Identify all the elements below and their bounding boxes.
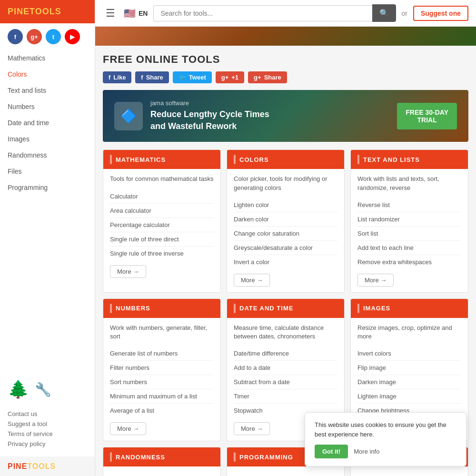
- tool-change-saturation[interactable]: Change color saturation: [234, 227, 337, 241]
- sidebar: PINETOOLS f g+ t ▶ Mathematics Colors Te…: [0, 0, 95, 476]
- contact-us-link[interactable]: Contact us: [8, 409, 87, 419]
- more-info-link[interactable]: More info: [354, 448, 379, 455]
- gp1-icon: g+: [221, 74, 229, 81]
- language-selector[interactable]: 🇺🇸 EN: [124, 8, 148, 19]
- date-time-desc: Measure time, calculate distance between…: [234, 324, 337, 341]
- sidebar-item-randomness[interactable]: Randomness: [0, 147, 95, 163]
- text-lists-card: TEXT AND LISTS Work with lists and texts…: [350, 149, 468, 292]
- suggest-tool-link[interactable]: Suggest a tool: [8, 419, 87, 429]
- googleplus-share-button[interactable]: g+ Share: [248, 71, 287, 83]
- tool-darken-color[interactable]: Darken color: [234, 212, 337, 227]
- text-lists-more-link[interactable]: More →: [357, 274, 394, 287]
- tool-sort-list[interactable]: Sort list: [357, 227, 461, 241]
- numbers-desc: Work with numbers, generate, filter, sor…: [110, 324, 214, 341]
- sidebar-decorative-icons: 🌲 🔧: [0, 372, 95, 407]
- sidebar-navigation: Mathematics Colors Text and lists Number…: [0, 50, 95, 372]
- tool-min-max[interactable]: Minimum and maximum of a list: [110, 389, 214, 404]
- date-time-card-header: DATE AND TIME: [227, 299, 344, 318]
- tool-invert-color[interactable]: Invert a color: [234, 255, 337, 269]
- header-bar: [234, 452, 236, 462]
- tool-sort-numbers[interactable]: Sort numbers: [110, 375, 214, 389]
- mathematics-title: MATHEMATICS: [116, 156, 166, 163]
- sidebar-item-mathematics[interactable]: Mathematics: [0, 50, 95, 66]
- tool-add-text[interactable]: Add text to each line: [357, 241, 461, 255]
- cookie-actions: Got it! More info: [315, 445, 456, 458]
- header-bar: [234, 304, 236, 313]
- tool-calculator[interactable]: Calculator: [110, 189, 214, 204]
- suggest-one-button[interactable]: Suggest one: [413, 6, 468, 21]
- tool-darken-image[interactable]: Darken image: [357, 375, 461, 389]
- text-lists-body: Work with lists and texts, sort, randomi…: [351, 169, 468, 292]
- facebook-share-button[interactable]: f Share: [135, 71, 169, 83]
- search-button[interactable]: 🔍: [372, 4, 396, 22]
- tool-timer[interactable]: Timer: [234, 389, 337, 404]
- tool-invert-colors[interactable]: Invert colors: [357, 347, 461, 361]
- randomness-card: RANDOMNESS: [103, 447, 221, 476]
- sidebar-item-programming[interactable]: Programming: [0, 179, 95, 196]
- colors-more-link[interactable]: More →: [234, 274, 270, 287]
- header-bar: [110, 155, 112, 164]
- tool-remove-whitespace[interactable]: Remove extra whitespaces: [357, 255, 461, 269]
- header-bar: [357, 155, 359, 164]
- sidebar-item-text-lists[interactable]: Text and lists: [0, 82, 95, 99]
- ad-cta-button[interactable]: FREE 30-DAYTRIAL: [397, 103, 457, 129]
- sidebar-item-files[interactable]: Files: [0, 163, 95, 179]
- tool-lighten-image[interactable]: Lighten image: [357, 389, 461, 404]
- sidebar-logo-bottom[interactable]: PINETOOLS: [0, 456, 95, 476]
- tool-lighten-color[interactable]: Lighten color: [234, 198, 337, 212]
- colors-body: Color picker, tools for modifying or gen…: [227, 169, 344, 292]
- sidebar-item-numbers[interactable]: Numbers: [0, 99, 95, 115]
- tool-average[interactable]: Average of a list: [110, 404, 214, 417]
- search-input[interactable]: [153, 5, 372, 21]
- terms-link[interactable]: Terms of service: [8, 429, 87, 439]
- tool-datetime-diff[interactable]: Date/time difference: [234, 347, 337, 361]
- googleplus-one-button[interactable]: g+ +1: [216, 71, 244, 83]
- ad-headline: Reduce Lengthy Cycle Timesand Wasteful R…: [150, 109, 269, 132]
- tool-list-randomizer[interactable]: List randomizer: [357, 212, 461, 227]
- ad-logo: 🔷: [114, 102, 143, 130]
- tool-grid: MATHEMATICS Tools for common mathematica…: [103, 149, 468, 441]
- images-card-header: IMAGES: [351, 299, 468, 318]
- language-label: EN: [139, 10, 148, 17]
- tool-greyscale[interactable]: Greyscale/desaturate a color: [234, 241, 337, 255]
- privacy-link[interactable]: Privacy policy: [8, 439, 87, 449]
- search-form: 🔍: [153, 4, 396, 22]
- tw-icon: 🐦: [178, 74, 186, 81]
- text-lists-desc: Work with lists and texts, sort, randomi…: [357, 175, 461, 192]
- tool-flip-image[interactable]: Flip image: [357, 361, 461, 375]
- randomness-title: RANDOMNESS: [116, 454, 165, 461]
- colors-title: COLORS: [239, 156, 269, 163]
- programming-title: PROGRAMMING: [239, 454, 293, 461]
- tool-generate-list[interactable]: Generate list of numbers: [110, 347, 214, 361]
- text-lists-title: TEXT AND LISTS: [363, 156, 420, 163]
- googleplus-social-btn[interactable]: g+: [27, 29, 42, 44]
- mathematics-body: Tools for common mathematical tasks Calc…: [103, 169, 220, 283]
- facebook-like-button[interactable]: f Like: [103, 71, 131, 83]
- tool-single-rule-direct[interactable]: Single rule of three direct: [110, 232, 214, 247]
- date-time-more-link[interactable]: More →: [234, 422, 270, 435]
- hamburger-button[interactable]: ☰: [103, 4, 118, 22]
- facebook-social-btn[interactable]: f: [8, 29, 23, 44]
- sidebar-item-images[interactable]: Images: [0, 131, 95, 147]
- tool-single-rule-inverse[interactable]: Single rule of three inverse: [110, 247, 214, 260]
- header-bar: [110, 452, 112, 462]
- tool-area-calculator[interactable]: Area calculator: [110, 204, 214, 218]
- logo-text: PINETOOLS: [8, 7, 61, 17]
- got-it-button[interactable]: Got it!: [315, 445, 348, 458]
- twitter-social-btn[interactable]: t: [46, 29, 61, 44]
- twitter-tweet-button[interactable]: 🐦 Tweet: [173, 71, 212, 83]
- fb-icon: f: [109, 74, 110, 81]
- topbar: ☰ 🇺🇸 EN 🔍 or Suggest one: [95, 0, 476, 27]
- tool-filter-numbers[interactable]: Filter numbers: [110, 361, 214, 375]
- youtube-social-btn[interactable]: ▶: [65, 29, 80, 44]
- sidebar-logo-header[interactable]: PINETOOLS: [0, 0, 95, 23]
- tool-percentage-calculator[interactable]: Percentage calculator: [110, 218, 214, 232]
- tool-subtract-date[interactable]: Subtract from a date: [234, 375, 337, 389]
- mathematics-more-link[interactable]: More →: [110, 265, 146, 278]
- numbers-more-link[interactable]: More →: [110, 422, 146, 435]
- sidebar-item-date-time[interactable]: Date and time: [0, 115, 95, 131]
- tool-reverse-list[interactable]: Reverse list: [357, 198, 461, 212]
- tool-add-date[interactable]: Add to a date: [234, 361, 337, 375]
- sidebar-item-colors[interactable]: Colors: [0, 66, 95, 82]
- content-area: FREE ONLINE TOOLS f Like f Share 🐦 Tweet…: [95, 46, 476, 476]
